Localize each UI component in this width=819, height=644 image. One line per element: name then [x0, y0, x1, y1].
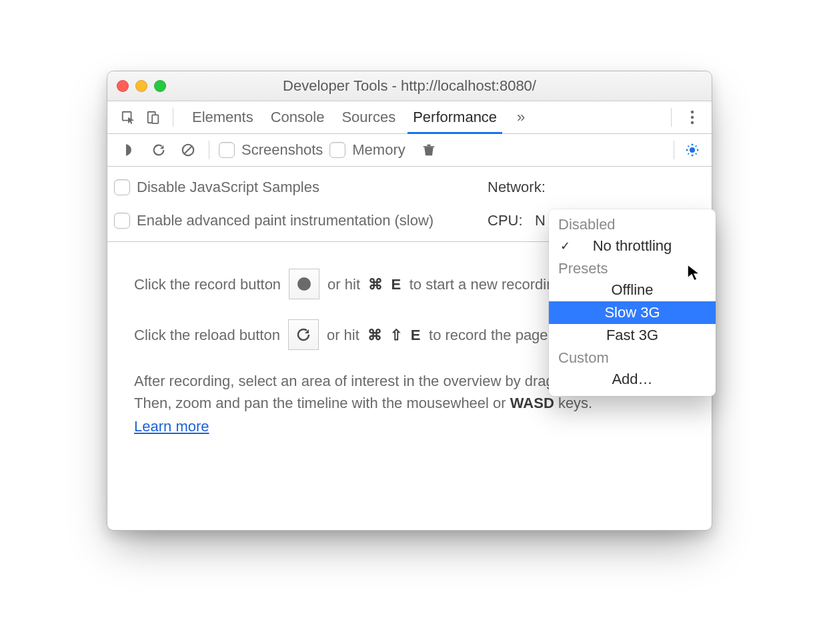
- tab-label: Elements: [192, 109, 253, 126]
- checkbox-icon: [114, 179, 130, 195]
- tabs-row: Elements Console Sources Performance »: [107, 101, 712, 134]
- text: keys.: [554, 395, 592, 411]
- checkbox-label: Screenshots: [241, 141, 323, 159]
- devtools-window: Developer Tools - http://localhost:8080/…: [107, 71, 712, 531]
- dropdown-item-label: Fast 3G: [578, 327, 686, 344]
- separator: [671, 108, 672, 127]
- close-window-button[interactable]: [117, 80, 129, 92]
- cpu-value: N: [535, 212, 546, 229]
- tab-performance[interactable]: Performance: [413, 101, 497, 133]
- device-toolbar-icon[interactable]: [143, 107, 163, 127]
- checkbox-label: Disable JavaScript Samples: [137, 179, 319, 196]
- disable-js-samples-checkbox[interactable]: Disable JavaScript Samples: [114, 179, 319, 196]
- tabs: Elements Console Sources Performance: [192, 101, 497, 133]
- tab-elements[interactable]: Elements: [192, 101, 253, 133]
- text: to start a new recording.: [410, 273, 567, 295]
- settings-row: Disable JavaScript Samples Network:: [114, 171, 705, 204]
- dropdown-item-add[interactable]: Add…: [549, 368, 716, 391]
- tab-label: Performance: [413, 109, 497, 126]
- dropdown-section: Disabled: [549, 213, 716, 235]
- checkbox-label: Enable advanced paint instrumentation (s…: [137, 212, 434, 229]
- dropdown-item-label: Add…: [578, 371, 686, 388]
- check-icon: ✓: [558, 239, 572, 253]
- tab-label: Console: [271, 109, 325, 126]
- dropdown-section: Custom: [549, 347, 716, 368]
- titlebar: Developer Tools - http://localhost:8080/: [107, 71, 712, 101]
- checkbox-icon: [329, 142, 345, 158]
- key-e: E: [411, 324, 421, 346]
- dropdown-item-fast-3g[interactable]: Fast 3G: [549, 324, 716, 347]
- network-label: Network:: [488, 179, 546, 196]
- tab-console[interactable]: Console: [271, 101, 325, 133]
- svg-point-5: [691, 121, 694, 124]
- checkbox-icon: [114, 213, 130, 229]
- clear-icon[interactable]: [177, 139, 199, 161]
- window-controls: [117, 80, 166, 92]
- key-cmd: ⌘: [367, 324, 383, 346]
- window-title: Developer Tools - http://localhost:8080/: [107, 77, 712, 95]
- inspect-icon[interactable]: [118, 107, 138, 127]
- text: Then, zoom and pan the timeline with the…: [134, 395, 510, 411]
- trash-icon[interactable]: [418, 139, 440, 161]
- zoom-window-button[interactable]: [154, 80, 166, 92]
- text: or hit: [327, 324, 359, 346]
- cursor-icon: [686, 263, 701, 282]
- record-dot-icon: [297, 277, 311, 291]
- chevron-right-icon: »: [517, 109, 525, 126]
- key-shift: ⇧: [390, 324, 403, 346]
- settings-gear-icon[interactable]: [684, 139, 701, 161]
- dropdown-item-offline[interactable]: Offline: [549, 279, 716, 301]
- tab-label: Sources: [341, 109, 395, 126]
- reload-icon[interactable]: [147, 139, 170, 161]
- text: After recording, select an area of inter…: [134, 373, 586, 389]
- svg-point-4: [691, 116, 694, 119]
- learn-more-link[interactable]: Learn more: [134, 415, 209, 437]
- dropdown-item-label: Offline: [578, 281, 686, 299]
- svg-point-3: [691, 111, 694, 113]
- record-icon[interactable]: [118, 139, 141, 161]
- kebab-menu-icon[interactable]: [681, 106, 704, 129]
- key-e: E: [391, 273, 401, 295]
- memory-checkbox[interactable]: Memory: [329, 141, 405, 159]
- checkbox-icon: [219, 142, 235, 158]
- dropdown-item-no-throttling[interactable]: ✓ No throttling: [549, 235, 716, 257]
- svg-rect-2: [152, 115, 158, 123]
- separator: [173, 108, 173, 127]
- screenshots-checkbox[interactable]: Screenshots: [219, 141, 323, 159]
- reload-button[interactable]: [288, 319, 319, 350]
- text: Click the record button: [134, 273, 281, 295]
- enable-paint-checkbox[interactable]: Enable advanced paint instrumentation (s…: [114, 212, 434, 229]
- performance-toolbar: Screenshots Memory: [107, 134, 712, 167]
- text: or hit: [327, 273, 360, 295]
- separator: [674, 141, 674, 159]
- dropdown-item-label: No throttling: [578, 237, 686, 255]
- dropdown-item-label: Slow 3G: [578, 304, 686, 321]
- network-throttling-dropdown: Disabled ✓ No throttling Presets Offline…: [549, 209, 716, 396]
- record-button[interactable]: [289, 269, 319, 299]
- key-cmd: ⌘: [368, 273, 383, 295]
- minimize-window-button[interactable]: [135, 80, 147, 92]
- cpu-label: CPU:: [488, 212, 523, 229]
- separator: [209, 141, 209, 159]
- dropdown-item-slow-3g[interactable]: Slow 3G: [549, 301, 716, 324]
- checkbox-label: Memory: [352, 141, 405, 159]
- tab-sources[interactable]: Sources: [341, 101, 395, 133]
- text-bold: WASD: [510, 395, 554, 411]
- svg-point-7: [690, 147, 695, 153]
- tabs-overflow[interactable]: »: [517, 109, 525, 126]
- text: Click the reload button: [134, 324, 280, 346]
